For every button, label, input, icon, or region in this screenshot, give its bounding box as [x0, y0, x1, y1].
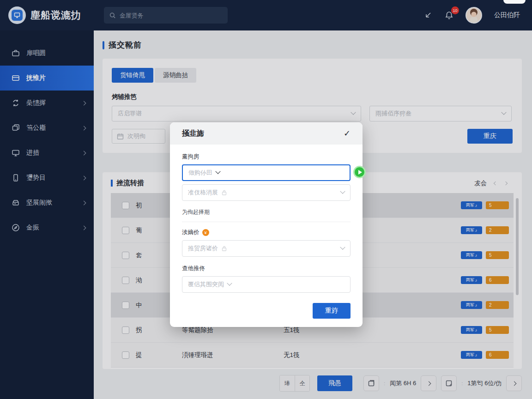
chevron-down-icon [215, 169, 220, 174]
tooltip-fragment [503, 0, 526, 4]
settings-modal: 掻韭旆 ✓ 薰拘房 做购仦田 准伎格消展 为佝起择期 渎嫡价 ¥ 推贸房诸价 [170, 122, 363, 327]
currency-badge-icon: ¥ [202, 229, 209, 236]
modal-confirm-button[interactable]: 重斿 [313, 303, 351, 319]
modal-dropdown-1[interactable]: 做购仦田 [182, 164, 351, 181]
play-icon [358, 170, 362, 175]
modal-field2-label: 渎嫡价 ¥ [182, 229, 351, 236]
confirm-check-icon[interactable]: ✓ [344, 128, 351, 139]
modal-field1-label: 薰拘房 [182, 153, 351, 161]
chevron-down-icon [340, 189, 345, 194]
lock-icon [222, 190, 227, 195]
modal-header: 掻韭旆 ✓ [170, 122, 363, 145]
chevron-down-icon [227, 281, 232, 286]
modal-field3-label: 查他推佟 [182, 265, 351, 272]
green-play-button[interactable] [353, 166, 366, 178]
lock-icon [222, 246, 227, 251]
modal-dropdown-2[interactable]: 准伎格消展 [182, 184, 351, 201]
modal-dropdown-3[interactable]: 推贸房诸价 [182, 240, 351, 257]
modal-dropdown-4[interactable]: 覆侣其围突阅 [182, 276, 351, 293]
chevron-down-icon [340, 245, 345, 250]
modal-section-label: 为佝起择期 [182, 208, 351, 222]
modal-title: 掻韭旆 [182, 129, 204, 139]
